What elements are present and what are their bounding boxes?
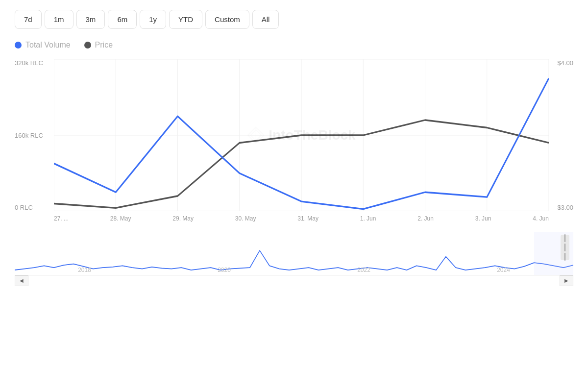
legend-total-volume: Total Volume xyxy=(15,41,71,49)
x-label-0: 27. ... xyxy=(54,215,69,222)
x-axis-labels: 27. ... 28. May 29. May 30. May 31. May … xyxy=(54,211,549,226)
x-label-2: 29. May xyxy=(172,215,194,222)
btn-3m[interactable]: 3m xyxy=(76,10,105,29)
btn-custom[interactable]: Custom xyxy=(205,10,249,29)
btn-1y[interactable]: 1y xyxy=(140,10,166,29)
main-chart-svg xyxy=(54,59,549,211)
x-label-4: 31. May xyxy=(297,215,318,222)
x-label-6: 2. Jun xyxy=(417,215,434,222)
btn-7d[interactable]: 7d xyxy=(15,10,42,29)
main-container: 7d 1m 3m 6m 1y YTD Custom All Total Volu… xyxy=(0,0,588,392)
mini-x-labels: 2018 2020 2022 2024 xyxy=(15,265,573,275)
price-dot xyxy=(84,42,91,49)
x-label-7: 3. Jun xyxy=(475,215,491,222)
mini-x-2024: 2024 xyxy=(497,267,510,273)
x-label-3: 30. May xyxy=(235,215,256,222)
nav-arrow-right[interactable]: ▶ xyxy=(560,275,573,286)
navigator-handle[interactable] xyxy=(561,235,569,260)
mini-x-2018: 2018 xyxy=(78,267,91,273)
x-label-8: 4. Jun xyxy=(533,215,549,222)
mini-x-2022: 2022 xyxy=(357,267,370,273)
chart-inner: IntoTheBlock xyxy=(54,59,549,211)
x-label-1: 28. May xyxy=(110,215,131,222)
handle-line-1 xyxy=(564,234,565,242)
handle-lines xyxy=(564,234,565,261)
legend-price-label: Price xyxy=(95,41,113,49)
nav-arrow-left[interactable]: ◀ xyxy=(15,275,28,286)
btn-6m[interactable]: 6m xyxy=(108,10,137,29)
navigator-wrapper: 2018 2020 2022 2024 ◀ ▶ xyxy=(15,232,573,286)
total-volume-dot xyxy=(15,42,22,49)
btn-1m[interactable]: 1m xyxy=(45,10,74,29)
chart-legend: Total Volume Price xyxy=(15,41,573,49)
nav-arrows: ◀ ▶ xyxy=(15,275,573,286)
btn-ytd[interactable]: YTD xyxy=(169,10,202,29)
handle-line-3 xyxy=(564,253,565,261)
btn-all[interactable]: All xyxy=(252,10,279,29)
legend-price: Price xyxy=(84,41,113,49)
time-range-buttons: 7d 1m 3m 6m 1y YTD Custom All xyxy=(15,10,573,29)
legend-total-volume-label: Total Volume xyxy=(25,41,71,49)
main-chart-wrapper: 320k RLC 160k RLC 0 RLC $4.00 $3.00 Into… xyxy=(15,59,573,226)
mini-x-2020: 2020 xyxy=(218,267,231,273)
handle-line-2 xyxy=(564,244,565,251)
x-label-5: 1. Jun xyxy=(360,215,376,222)
y-right-bottom: $3.00 xyxy=(557,204,573,211)
y-right-top: $4.00 xyxy=(557,59,573,67)
